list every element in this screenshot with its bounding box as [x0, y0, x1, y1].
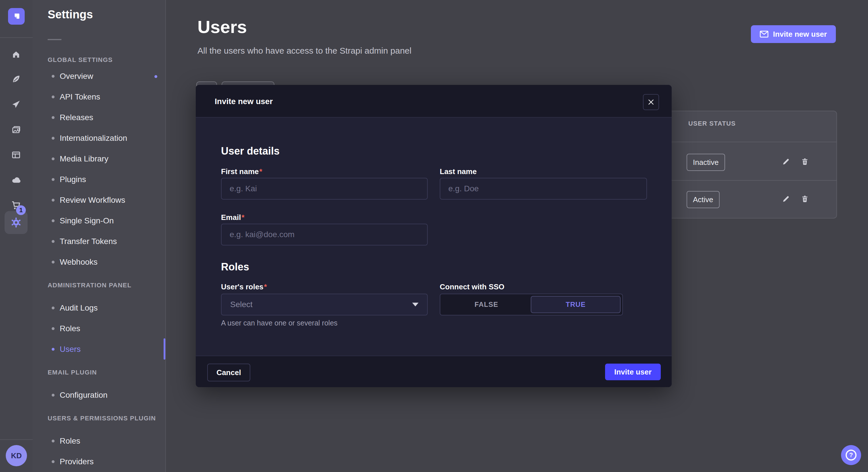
- chevron-down-icon: [412, 303, 418, 307]
- bullet: [52, 240, 55, 243]
- content-manager-feather-icon[interactable]: [5, 68, 28, 91]
- envelope-icon: [760, 31, 768, 38]
- invite-user-submit-button[interactable]: Invite user: [605, 364, 661, 380]
- email-input[interactable]: [221, 224, 428, 245]
- section-email-plugin: EMAIL PLUGIN: [48, 369, 97, 376]
- roles-heading: Roles: [221, 261, 249, 273]
- settings-notification-badge: 1: [16, 205, 26, 215]
- cloud-icon[interactable]: [5, 169, 28, 192]
- required-asterisk: *: [264, 282, 267, 291]
- home-icon[interactable]: [5, 43, 28, 66]
- settings-subnav: Settings GLOBAL SETTINGS Overview API To…: [33, 0, 166, 472]
- modal-title: Invite new user: [215, 97, 273, 106]
- sidebar-item-audit-logs[interactable]: Audit Logs: [52, 303, 98, 313]
- status-badge: Inactive: [687, 154, 725, 171]
- bullet: [52, 220, 55, 222]
- active-item-indicator: [164, 338, 165, 360]
- sso-toggle: FALSE TRUE: [440, 294, 623, 315]
- icon-rail: 1 KD: [0, 0, 33, 472]
- page-subtitle: All the users who have access to the Str…: [197, 46, 411, 56]
- sidebar-item-single-sign-on[interactable]: Single Sign-On: [52, 216, 114, 226]
- bullet: [52, 440, 55, 442]
- layout-panel-icon[interactable]: [5, 143, 28, 166]
- user-status-column-header: USER STATUS: [688, 120, 736, 127]
- users-roles-select[interactable]: Select: [221, 294, 428, 315]
- bullet: [52, 307, 55, 309]
- title-underline: [48, 39, 61, 40]
- sidebar-item-plugins[interactable]: Plugins: [52, 174, 86, 185]
- user-details-heading: User details: [221, 145, 280, 157]
- users-table-panel: USER STATUS Inactive Active: [666, 111, 837, 218]
- delete-icon[interactable]: [800, 154, 810, 170]
- bullet: [52, 116, 55, 119]
- sso-false-option[interactable]: FALSE: [442, 296, 531, 313]
- bullet: [52, 75, 55, 78]
- last-name-input[interactable]: [440, 178, 647, 200]
- help-button[interactable]: ?: [841, 445, 861, 465]
- edit-icon[interactable]: [781, 154, 791, 170]
- cancel-button[interactable]: Cancel: [207, 364, 250, 381]
- invite-new-user-modal: Invite new user User details First name*…: [196, 85, 672, 387]
- question-icon: ?: [846, 450, 857, 461]
- rail-divider: [0, 37, 33, 38]
- bullet: [52, 348, 55, 351]
- delete-icon[interactable]: [800, 191, 810, 207]
- modal-header: Invite new user: [196, 85, 672, 117]
- sidebar-item-api-tokens[interactable]: API Tokens: [52, 92, 100, 102]
- table-divider: [666, 180, 836, 181]
- bullet: [52, 460, 55, 463]
- sidebar-item-releases[interactable]: Releases: [52, 112, 93, 123]
- users-roles-label: User's roles*: [221, 281, 267, 292]
- subnav-title: Settings: [48, 8, 93, 21]
- roles-helper-text: A user can have one or several roles: [221, 319, 338, 327]
- section-administration-panel: ADMINISTRATION PANEL: [48, 281, 131, 289]
- sidebar-item-configuration[interactable]: Configuration: [52, 390, 107, 400]
- content-type-builder-plane-icon[interactable]: [5, 93, 28, 116]
- invite-new-user-button[interactable]: Invite new user: [751, 25, 836, 43]
- bullet: [52, 327, 55, 330]
- bullet: [52, 199, 55, 202]
- edit-icon[interactable]: [781, 191, 791, 207]
- section-users-permissions-plugin: USERS & PERMISSIONS PLUGIN: [48, 415, 156, 422]
- settings-gear-icon[interactable]: [5, 211, 28, 234]
- strapi-admin: 1 KD Settings GLOBAL SETTINGS Overview A…: [0, 0, 868, 472]
- overview-notification-dot: [154, 75, 157, 78]
- sidebar-item-media-library[interactable]: Media Library: [52, 154, 108, 164]
- sso-label: Connect with SSO: [440, 281, 504, 292]
- strapi-logo[interactable]: [8, 8, 25, 25]
- close-icon: [648, 99, 654, 105]
- sidebar-item-providers[interactable]: Providers: [52, 457, 94, 467]
- section-global-settings: GLOBAL SETTINGS: [48, 56, 113, 64]
- sidebar-item-review-workflows[interactable]: Review Workflows: [52, 195, 125, 205]
- required-asterisk: *: [241, 213, 244, 222]
- strapi-logo-icon: [11, 11, 21, 21]
- bullet: [52, 394, 55, 397]
- sidebar-item-up-roles[interactable]: Roles: [52, 436, 81, 446]
- bullet: [52, 261, 55, 264]
- email-label: Email*: [221, 212, 245, 222]
- sidebar-item-transfer-tokens[interactable]: Transfer Tokens: [52, 236, 117, 247]
- bullet: [52, 158, 55, 160]
- first-name-input[interactable]: [221, 178, 428, 200]
- sidebar-item-users[interactable]: Users: [52, 344, 81, 355]
- bullet: [52, 137, 55, 140]
- media-library-icon[interactable]: [5, 118, 28, 141]
- avatar[interactable]: KD: [6, 445, 27, 466]
- status-badge: Active: [687, 191, 720, 208]
- sidebar-item-overview[interactable]: Overview: [52, 71, 93, 81]
- sso-true-option[interactable]: TRUE: [531, 296, 621, 313]
- modal-footer: Cancel Invite user: [196, 356, 672, 387]
- sidebar-item-admin-roles[interactable]: Roles: [52, 324, 81, 334]
- first-name-label: First name*: [221, 166, 262, 176]
- close-button[interactable]: [643, 94, 659, 110]
- bullet: [52, 96, 55, 98]
- rail-divider-bottom: [0, 439, 33, 440]
- last-name-label: Last name: [440, 166, 477, 176]
- required-asterisk: *: [259, 167, 262, 176]
- table-divider: [666, 142, 836, 142]
- sidebar-item-webhooks[interactable]: Webhooks: [52, 257, 98, 267]
- page-title: Users: [197, 16, 247, 37]
- bullet: [52, 178, 55, 181]
- sidebar-item-internationalization[interactable]: Internationalization: [52, 133, 127, 143]
